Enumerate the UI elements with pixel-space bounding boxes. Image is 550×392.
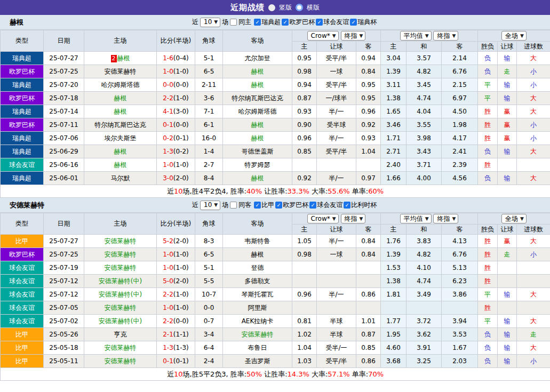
away-team: 阿里斯	[248, 304, 267, 311]
match-count-select[interactable]: 10▼	[200, 201, 220, 210]
result-handicap-cell	[498, 301, 517, 315]
radio-horizontal-label[interactable]: 横版	[307, 3, 320, 12]
home-team: 安德莱赫特	[105, 304, 137, 311]
average-final-select[interactable]: 终指▼	[433, 31, 458, 41]
league-filter-item[interactable]: ✓比甲	[254, 201, 274, 210]
league-filter-label[interactable]: 欧罗巴杯	[289, 18, 315, 27]
checkbox-checked-icon[interactable]: ✓	[350, 19, 357, 26]
full-match-select[interactable]: 全场▼	[501, 31, 527, 41]
average-select[interactable]: 平均值▼	[400, 214, 432, 223]
corner-cell: 2-7	[195, 158, 223, 172]
checkbox-checked-icon[interactable]: ✓	[254, 202, 261, 209]
radio-horizontal-layout[interactable]	[296, 4, 303, 11]
summary-segment: 10	[174, 370, 183, 378]
result-handicap-cell: 赢	[498, 235, 517, 248]
league-type-cell: 瑞典超	[1, 172, 44, 185]
same-venue-label[interactable]: 同主	[238, 18, 251, 27]
odds-home-cell: 0.94	[292, 78, 317, 92]
filter-controls: 近 10▼ 场 同主 ✓瑞典超✓欧罗巴杯✓球会友谊✓瑞典杯	[192, 18, 377, 27]
sub-header-odds-home: 主	[292, 42, 317, 52]
league-filter-label[interactable]: 比甲	[261, 201, 274, 210]
league-filter-item[interactable]: ✓欧罗巴杯	[275, 201, 308, 210]
match-count-select[interactable]: 10▼	[200, 18, 220, 27]
fulltime-score: 2-1	[163, 331, 173, 338]
match-row: 瑞典超25-06-29赫根1-3(0-2)1-4哥德堡盖斯0.85受平/半1.0…	[1, 145, 550, 158]
date-cell: 25-06-16	[44, 158, 84, 172]
result-handicap-cell: 输	[498, 172, 517, 185]
avg-draw-cell: 3.98	[406, 132, 442, 145]
halftime-score: (3-0)	[173, 108, 189, 115]
score-cell: 1-0(1-0)	[157, 65, 195, 78]
chevron-down-icon: ▼	[332, 32, 336, 40]
odds-final-select[interactable]: 终指▼	[341, 31, 366, 41]
result-value: 大	[530, 291, 537, 298]
radio-vertical-label[interactable]: 竖版	[279, 3, 292, 12]
result-value: 胜	[484, 121, 491, 129]
away-team: AEK拉纳卡	[242, 317, 274, 325]
result-handicap-cell: 赢	[498, 105, 517, 118]
league-type-cell: 比甲	[1, 235, 44, 248]
summary-segment: 让胜率:	[262, 370, 288, 378]
league-filter-label[interactable]: 瑞典杯	[357, 18, 377, 27]
away-team-cell: 特尔纳瓦斯巴达克	[223, 92, 292, 105]
result-value: 小	[530, 81, 537, 89]
checkbox-checked-icon[interactable]: ✓	[344, 202, 350, 209]
radio-vertical-layout[interactable]	[268, 4, 275, 11]
league-filter-item[interactable]: ✓比利时杯	[344, 201, 377, 210]
handicap-cell	[317, 301, 356, 315]
result-value: 大	[530, 237, 537, 245]
average-select[interactable]: 平均值▼	[400, 31, 432, 41]
avg-away-cell: 6.97	[442, 92, 478, 105]
league-filter-item[interactable]: ✓欧罗巴杯	[282, 18, 315, 27]
checkbox-checked-icon[interactable]: ✓	[309, 202, 316, 209]
league-filter-item[interactable]: ✓瑞典超	[254, 18, 281, 27]
odds-final-select[interactable]: 终指▼	[341, 214, 366, 223]
league-filter-label[interactable]: 比利时杯	[351, 201, 377, 210]
summary-segment: 场,胜4平2负4, 胜率:	[183, 187, 247, 195]
league-filter-label[interactable]: 欧罗巴杯	[283, 201, 308, 210]
corner-cell: 8-3	[195, 235, 223, 248]
match-row: 球会友谊25-07-19安德莱赫特1-0(1-0)5-1登德1.534.105.…	[1, 261, 550, 275]
result-wdl-cell: 平	[478, 78, 498, 92]
sub-header-odds-away: 客	[356, 42, 381, 52]
same-venue-checkbox[interactable]	[230, 202, 237, 209]
avg-home-cell: 1.65	[381, 105, 406, 118]
average-final-select[interactable]: 终指▼	[433, 214, 458, 223]
result-value: 走	[504, 68, 511, 75]
checkbox-checked-icon[interactable]: ✓	[275, 202, 282, 209]
sub-header-odds-away: 客	[356, 225, 381, 235]
result-value: 平	[484, 94, 491, 102]
league-type-cell: 瑞典超	[1, 132, 44, 145]
home-team-cell: 赫根	[84, 105, 157, 118]
result-goals-cell: 大	[517, 288, 550, 301]
league-filter-label[interactable]: 球会友谊	[317, 201, 342, 210]
sub-header-avg-draw: 和	[406, 225, 442, 235]
full-match-select[interactable]: 全场▼	[501, 214, 527, 223]
league-filter-item[interactable]: ✓球会友谊	[309, 201, 342, 210]
same-venue-label[interactable]: 同客	[238, 201, 251, 210]
league-filter-label[interactable]: 球会友谊	[323, 18, 349, 27]
result-wdl-cell: 负	[478, 172, 498, 185]
average-odds-header: 平均值▼ 终指▼	[381, 30, 478, 42]
summary-segment: 10	[174, 187, 183, 195]
home-team-cell: 安德莱赫特	[84, 301, 157, 315]
same-venue-checkbox[interactable]	[230, 19, 237, 26]
result-value: 大	[530, 94, 537, 102]
halftime-score: (2-0)	[173, 237, 189, 245]
home-team: 安德莱赫特(中)	[99, 317, 142, 325]
odds-source-select[interactable]: Crow*▼	[307, 214, 339, 223]
league-filter-label[interactable]: 瑞典超	[261, 18, 281, 27]
away-team-cell: 登德	[223, 261, 292, 275]
team-filter-bar: 安德莱赫特 近 10▼ 场 同客 ✓比甲✓欧罗巴杯✓球会友谊✓比利时杯	[0, 198, 550, 213]
checkbox-checked-icon[interactable]: ✓	[282, 19, 289, 26]
league-filter-item[interactable]: ✓球会友谊	[316, 18, 349, 27]
result-value: 平	[484, 317, 491, 325]
chevron-down-icon: ▼	[520, 32, 524, 40]
checkbox-checked-icon[interactable]: ✓	[254, 19, 261, 26]
league-filter-item[interactable]: ✓瑞典杯	[350, 18, 377, 27]
result-value: 负	[484, 344, 491, 351]
result-goals-cell: 小	[517, 65, 550, 78]
odds-source-select[interactable]: Crow*▼	[307, 31, 339, 41]
checkbox-checked-icon[interactable]: ✓	[316, 19, 323, 26]
home-team-cell: 特尔纳瓦斯巴达克	[84, 118, 157, 132]
